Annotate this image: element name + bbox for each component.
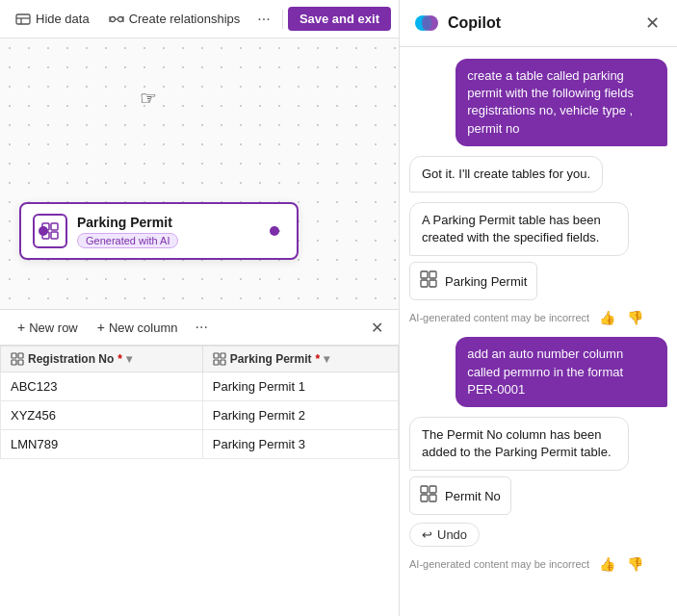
svg-rect-12 (12, 353, 16, 358)
cell-registration: XYZ456 (1, 401, 203, 430)
ai-message: A Parking Permit table has been created … (409, 202, 629, 256)
cell-parking: Parking Permit 2 (202, 401, 398, 430)
feedback-row: AI-generated content may be incorrect 👍 … (409, 554, 645, 574)
svg-point-3 (110, 16, 115, 21)
user-message: create a table called parking permit wit… (456, 59, 667, 146)
ai-card-label: Parking Permit (445, 274, 527, 289)
ai-table-card[interactable]: Parking Permit (409, 262, 537, 300)
svg-rect-23 (421, 271, 428, 278)
copilot-logo (413, 10, 440, 37)
svg-rect-0 (16, 14, 30, 24)
save-label: Save and exit (299, 12, 379, 26)
new-row-button[interactable]: + New row (10, 316, 86, 339)
new-column-button[interactable]: + New column (90, 316, 186, 339)
svg-rect-18 (214, 360, 219, 365)
ai-disclaimer: AI-generated content may be incorrect (409, 312, 589, 323)
cursor-icon: ☞ (140, 87, 157, 110)
create-relationships-button[interactable]: Create relationships (101, 8, 248, 31)
create-relationships-label: Create relationships (129, 12, 241, 26)
svg-rect-29 (421, 495, 428, 501)
svg-rect-19 (221, 360, 225, 365)
save-button[interactable]: Save and exit (288, 7, 391, 31)
col-filter-icon-2[interactable]: ▾ (324, 352, 329, 366)
undo-button[interactable]: ↩Undo (409, 523, 480, 547)
svg-rect-26 (430, 280, 436, 287)
ai-message: The Permit No column has been added to t… (409, 417, 629, 471)
ai-message: Got it. I'll create tables for you. (409, 156, 603, 192)
hide-data-icon (15, 12, 31, 27)
parking-col-icon (213, 352, 226, 366)
svg-rect-14 (12, 360, 16, 365)
thumbs-up-button[interactable]: 👍 (597, 554, 617, 574)
table-row[interactable]: ABC123Parking Permit 1 (1, 372, 399, 401)
table-card-small-icon (420, 485, 437, 506)
table-card-title: Parking Permit (77, 215, 255, 230)
table-card-small-icon (420, 270, 437, 292)
thumbs-down-button[interactable]: 👎 (625, 554, 645, 574)
hide-data-label: Hide data (36, 12, 90, 26)
main-toolbar: Hide data Create relationships ··· Save … (0, 0, 399, 38)
svg-rect-9 (51, 223, 58, 230)
svg-rect-27 (421, 486, 428, 493)
cell-registration: ABC123 (1, 372, 203, 401)
close-table-button[interactable]: ✕ (365, 317, 389, 339)
ai-disclaimer: AI-generated content may be incorrect (409, 558, 589, 570)
svg-rect-30 (430, 495, 436, 501)
undo-label: Undo (437, 527, 467, 542)
col-header-registration: Registration No * ▾ (1, 346, 203, 372)
new-column-label: New column (109, 321, 178, 335)
svg-rect-28 (430, 486, 436, 493)
col-required-star-1: * (117, 352, 122, 366)
hide-data-button[interactable]: Hide data (8, 8, 97, 31)
more-options-button[interactable]: ··· (251, 7, 275, 32)
feedback-row: AI-generated content may be incorrect 👍 … (409, 308, 645, 327)
thumbs-up-button[interactable]: 👍 (597, 308, 617, 327)
ai-table-card[interactable]: Permit No (409, 476, 511, 515)
svg-rect-16 (214, 353, 219, 358)
bottom-toolbar: + New row + New column ··· ✕ (0, 309, 399, 346)
col-header-parking: Parking Permit * ▾ (202, 346, 398, 372)
col-header-registration-label: Registration No (28, 352, 114, 366)
col-required-star-2: * (316, 352, 321, 366)
canvas-area: ☞ Parking Permit Generated with AI ··· (0, 38, 399, 309)
left-panel: Hide data Create relationships ··· Save … (0, 0, 400, 616)
svg-rect-15 (18, 360, 23, 365)
col-header-parking-label: Parking Permit (230, 352, 312, 366)
connector-right (270, 226, 279, 236)
cell-registration: LMN789 (1, 430, 203, 459)
cell-parking: Parking Permit 1 (202, 372, 398, 401)
copilot-panel: Copilot ✕ create a table called parking … (400, 0, 677, 616)
svg-rect-17 (221, 353, 225, 358)
plus-row-icon: + (17, 320, 25, 335)
undo-icon: ↩ (422, 527, 432, 542)
table-row[interactable]: XYZ456Parking Permit 2 (1, 401, 399, 430)
cell-parking: Parking Permit 3 (202, 430, 398, 459)
table-card[interactable]: Parking Permit Generated with AI ··· (19, 202, 299, 260)
copilot-close-button[interactable]: ✕ (641, 11, 664, 36)
svg-rect-13 (18, 353, 23, 358)
table-more-options-button[interactable]: ··· (189, 315, 213, 340)
table-row[interactable]: LMN789Parking Permit 3 (1, 430, 399, 459)
table-card-info: Parking Permit Generated with AI (77, 215, 255, 248)
svg-point-4 (117, 16, 122, 21)
svg-rect-25 (421, 280, 428, 287)
col-filter-icon-1[interactable]: ▾ (126, 352, 132, 366)
user-message: add an auto number column called permrno… (456, 337, 667, 407)
svg-rect-24 (430, 271, 436, 278)
thumbs-down-button[interactable]: 👎 (625, 308, 645, 327)
copilot-title: Copilot (448, 14, 634, 32)
ai-card-label: Permit No (445, 489, 501, 503)
svg-point-22 (422, 15, 431, 31)
connector-left (39, 226, 48, 236)
copilot-header: Copilot ✕ (400, 0, 677, 47)
svg-rect-11 (51, 232, 58, 239)
table-card-badge: Generated with AI (77, 233, 178, 248)
data-table: Registration No * ▾ (0, 346, 399, 616)
new-row-label: New row (29, 321, 78, 335)
create-relationships-icon (109, 12, 124, 27)
plus-col-icon: + (97, 320, 105, 335)
registration-col-icon (11, 352, 24, 366)
chat-area: create a table called parking permit wit… (400, 47, 677, 616)
